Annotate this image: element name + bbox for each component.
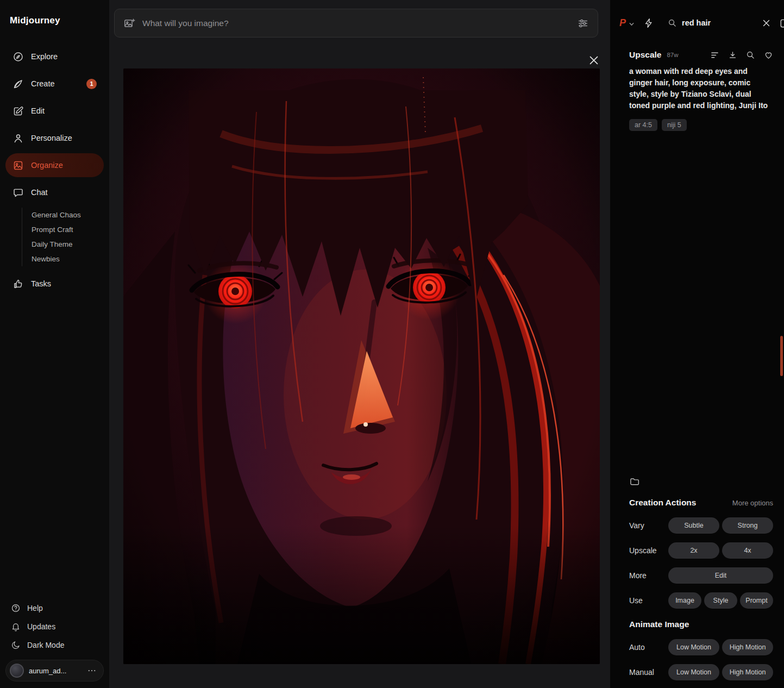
sidebar-item-label: Tasks <box>31 279 51 288</box>
sidebar-item-label: Explore <box>31 52 58 61</box>
use-image-button[interactable]: Image <box>668 592 701 609</box>
create-icon <box>12 78 24 90</box>
chat-channel-prompt-craft[interactable]: Prompt Craft <box>32 222 104 237</box>
lightbox <box>123 68 600 664</box>
search-icon[interactable] <box>746 51 755 60</box>
more-label: More <box>629 571 647 580</box>
filter-lines-icon[interactable] <box>710 51 719 60</box>
job-type-label: Upscale <box>629 50 661 60</box>
image-plus-icon[interactable] <box>123 17 135 29</box>
use-prompt-button[interactable]: Prompt <box>740 592 773 609</box>
panel-search-input[interactable] <box>682 18 746 27</box>
sidebar-item-label: Chat <box>31 188 48 197</box>
panel-body: Upscale 87w a woman <box>610 46 784 688</box>
sidebar-item-edit[interactable]: Edit <box>5 99 104 123</box>
plan-menu[interactable]: P <box>619 17 635 29</box>
help-label: Help <box>27 604 43 612</box>
sidebar-item-label: Create <box>31 79 55 88</box>
avatar <box>10 664 24 678</box>
animate-image-header: Animate Image <box>629 620 773 629</box>
sidebar: Midjourney Explore Create 1 Edit <box>0 0 109 688</box>
use-style-button[interactable]: Style <box>704 592 737 609</box>
chevron-down-icon <box>629 20 635 26</box>
imagine-bar <box>114 9 598 37</box>
creation-actions-title: Creation Actions <box>629 498 696 508</box>
panel-topbar: P <box>610 0 784 46</box>
organize-icon <box>12 160 24 171</box>
lightning-icon[interactable] <box>644 18 654 28</box>
vary-row: Vary Subtle Strong <box>629 517 773 534</box>
updates-button[interactable]: Updates <box>5 617 104 636</box>
sidebar-footer: Help Updates Dark Mode aurum_ad... <box>5 599 104 681</box>
auto-high-motion-button[interactable]: High Motion <box>722 639 773 655</box>
username: aurum_ad... <box>29 667 82 675</box>
auto-low-motion-button[interactable]: Low Motion <box>668 639 719 655</box>
user-menu[interactable]: aurum_ad... <box>5 660 104 681</box>
imagine-input[interactable] <box>142 18 570 28</box>
sidebar-item-chat[interactable]: Chat <box>5 180 104 204</box>
sidebar-item-tasks[interactable]: Tasks <box>5 272 104 296</box>
heart-icon[interactable] <box>764 51 773 60</box>
chat-channel-general-chaos[interactable]: General Chaos <box>32 208 104 222</box>
updates-label: Updates <box>27 622 55 631</box>
explore-icon <box>12 51 24 62</box>
app-root: Midjourney Explore Create 1 Edit <box>0 0 784 688</box>
generated-image[interactable] <box>123 68 600 664</box>
scrollbar-thumb[interactable] <box>780 336 783 376</box>
auto-label: Auto <box>629 643 645 652</box>
more-row: More Edit <box>629 567 773 584</box>
chat-icon <box>12 187 24 198</box>
clear-search-icon[interactable] <box>762 18 771 28</box>
viewer-header: Upscale 87w <box>629 50 773 60</box>
chat-channel-list: General Chaos Prompt Craft Daily Theme N… <box>22 208 104 266</box>
chat-channel-newbies[interactable]: Newbies <box>32 252 104 266</box>
parameter-tags: ar 4:5 niji 5 <box>629 119 773 131</box>
download-icon[interactable] <box>728 51 737 60</box>
manual-low-motion-button[interactable]: Low Motion <box>668 664 719 680</box>
dots-icon[interactable] <box>87 666 97 676</box>
detail-panel: P Upscale <box>610 0 784 688</box>
vary-strong-button[interactable]: Strong <box>722 517 773 534</box>
edit-button[interactable]: Edit <box>668 567 773 584</box>
use-label: Use <box>629 596 643 605</box>
help-icon <box>11 603 21 613</box>
manual-high-motion-button[interactable]: High Motion <box>722 664 773 680</box>
help-button[interactable]: Help <box>5 599 104 617</box>
animate-auto-row: Auto Low Motion High Motion <box>629 639 773 655</box>
sidebar-item-label: Organize <box>31 161 63 170</box>
upscale-label: Upscale <box>629 546 657 555</box>
more-options-link[interactable]: More options <box>732 499 773 507</box>
sidebar-item-label: Edit <box>31 107 45 115</box>
upscale-2x-button[interactable]: 2x <box>668 542 719 559</box>
search-icon <box>668 18 677 28</box>
panel-search <box>668 18 746 28</box>
vary-label: Vary <box>629 521 644 530</box>
clipped-frame-icon[interactable] <box>779 18 784 29</box>
sidebar-item-explore[interactable]: Explore <box>5 45 104 68</box>
sidebar-item-create[interactable]: Create 1 <box>5 72 104 96</box>
sidebar-item-personalize[interactable]: Personalize <box>5 126 104 150</box>
sidebar-item-organize[interactable]: Organize <box>5 153 104 177</box>
viewer-header-icons <box>710 51 773 60</box>
use-row: Use Image Style Prompt <box>629 592 773 609</box>
panel-spacer <box>629 131 773 476</box>
chat-channel-daily-theme[interactable]: Daily Theme <box>32 237 104 252</box>
animate-image-title: Animate Image <box>629 620 689 629</box>
prompt-text[interactable]: a woman with red deep eyes and ginger ha… <box>629 66 768 111</box>
personalize-icon <box>12 133 24 144</box>
sliders-icon[interactable] <box>577 17 589 29</box>
folder-icon[interactable] <box>629 476 640 487</box>
primary-nav: Explore Create 1 Edit Personalize <box>5 45 104 299</box>
vary-subtle-button[interactable]: Subtle <box>668 517 719 534</box>
main-area <box>109 0 610 688</box>
animate-manual-row: Manual Low Motion High Motion <box>629 664 773 680</box>
dark-mode-toggle[interactable]: Dark Mode <box>5 636 104 654</box>
close-lightbox-button[interactable] <box>588 54 600 66</box>
edit-icon <box>12 105 24 117</box>
tag-aspect-ratio[interactable]: ar 4:5 <box>629 119 657 131</box>
brand-logo[interactable]: Midjourney <box>10 15 104 26</box>
tag-model[interactable]: niji 5 <box>662 119 687 131</box>
manual-label: Manual <box>629 668 654 677</box>
upscale-4x-button[interactable]: 4x <box>722 542 773 559</box>
upscale-row: Upscale 2x 4x <box>629 542 773 559</box>
